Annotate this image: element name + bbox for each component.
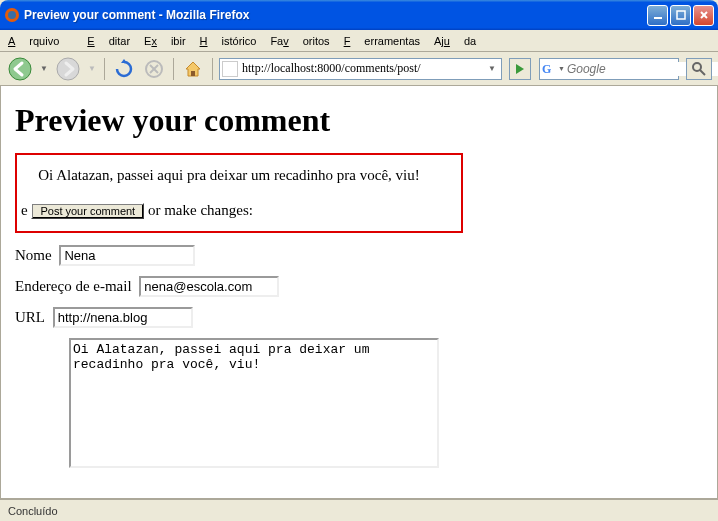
menu-ajuda[interactable]: Ajuda [434,35,476,47]
nome-row: Nome [15,245,703,266]
window-titlebar: Preview your comment - Mozilla Firefox [0,0,718,30]
status-text: Concluído [8,505,58,517]
post-comment-button[interactable]: Post your comment [31,203,144,219]
toolbar-separator [212,58,213,80]
svg-rect-3 [677,11,685,19]
action-suffix: or make changes: [148,202,253,218]
email-row: Endereço de e-mail [15,276,703,297]
url-dropdown-icon[interactable]: ▼ [485,64,499,73]
forward-dropdown-icon: ▼ [86,56,98,82]
search-button[interactable] [686,58,712,80]
navigation-toolbar: ▼ ▼ ▼ G ▼ [0,52,718,86]
content-area: Preview your comment Oi Alatazan, passei… [0,86,718,499]
page-heading: Preview your comment [15,102,703,139]
google-icon[interactable]: G [542,61,556,77]
close-button[interactable] [693,5,714,26]
email-label: Endereço de e-mail [15,278,132,294]
comment-textarea[interactable] [69,338,439,468]
menu-exibir[interactable]: Exibir [144,35,186,47]
svg-point-13 [693,63,701,71]
svg-rect-2 [654,17,662,19]
action-prefix: e [21,202,28,218]
svg-text:G: G [542,62,551,76]
back-button[interactable] [6,56,34,82]
url-row: URL [15,307,703,328]
url-field[interactable] [53,307,193,328]
search-box[interactable]: G ▼ [539,58,679,80]
nome-label: Nome [15,247,52,263]
back-dropdown-icon[interactable]: ▼ [38,56,50,82]
svg-point-7 [57,58,79,80]
page-icon [222,61,238,77]
svg-rect-11 [191,71,195,76]
preview-highlight-box: Oi Alatazan, passei aqui pra deixar um r… [15,153,463,233]
toolbar-separator [173,58,174,80]
maximize-button[interactable] [670,5,691,26]
svg-point-6 [9,58,31,80]
url-input[interactable] [242,61,485,76]
svg-line-14 [700,70,705,75]
toolbar-separator [104,58,105,80]
email-field[interactable] [139,276,279,297]
menu-ferramentas[interactable]: Ferramentas [344,35,420,47]
statusbar: Concluído [0,499,718,521]
page-body: Preview your comment Oi Alatazan, passei… [1,86,717,490]
menu-arquivo[interactable]: Arquivo [8,35,73,47]
action-row: e Post your comment or make changes: [21,202,437,219]
url-label: URL [15,309,45,325]
firefox-icon [4,7,20,23]
menubar: Arquivo Editar Exibir Histórico Favorito… [0,30,718,52]
forward-button [54,56,82,82]
minimize-button[interactable] [647,5,668,26]
window-title: Preview your comment - Mozilla Firefox [24,8,647,22]
reload-button[interactable] [111,56,137,82]
menu-historico[interactable]: Histórico [200,35,257,47]
search-dropdown-icon[interactable]: ▼ [558,65,565,72]
stop-button [141,56,167,82]
nome-field[interactable] [59,245,195,266]
window-controls [647,5,714,26]
menu-favoritos[interactable]: Favoritos [270,35,329,47]
home-button[interactable] [180,56,206,82]
go-button[interactable] [509,58,531,80]
svg-point-1 [8,11,16,19]
preview-text: Oi Alatazan, passei aqui pra deixar um r… [21,167,437,184]
url-bar[interactable]: ▼ [219,58,502,80]
comment-row [15,338,703,472]
menu-editar[interactable]: Editar [87,35,130,47]
